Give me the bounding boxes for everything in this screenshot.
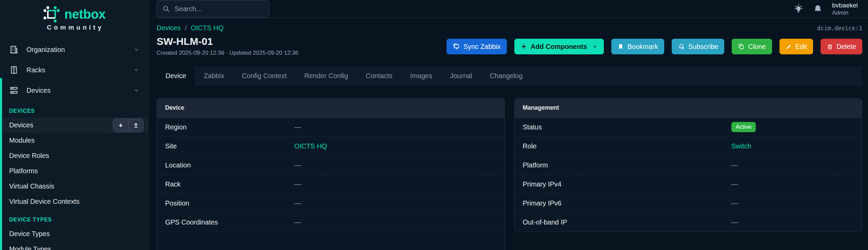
sidebar-item-devices-list[interactable]: Devices <box>0 118 148 133</box>
sidebar-item-organization[interactable]: Organization <box>0 39 148 60</box>
rack-icon <box>9 66 18 74</box>
brand-logo[interactable]: netbox Community <box>0 0 148 35</box>
tab-bar: Device Zabbix Config Context Render Conf… <box>157 67 862 85</box>
user-menu[interactable]: bvbaekel Admin <box>832 1 858 17</box>
page-content: Devices / OICTS HQ SW-HLM-01 Created 202… <box>149 18 868 250</box>
row-label: Status <box>523 123 731 131</box>
row-label: Platform <box>523 161 731 169</box>
plus-icon <box>520 43 527 50</box>
button-label: Sync Zabbix <box>463 43 501 51</box>
pencil-icon <box>786 43 792 50</box>
site-link[interactable]: OICTS HQ <box>294 142 327 150</box>
edit-button[interactable]: Edit <box>780 39 813 54</box>
building-icon <box>9 45 18 54</box>
chevron-down-icon <box>133 87 139 93</box>
sidebar-item-virtual-chassis[interactable]: Virtual Chassis <box>0 179 148 194</box>
bookmark-icon <box>617 43 624 50</box>
panel-title: Management <box>515 99 862 118</box>
page-header-right: dcim.device:1 Sync Zabbix <box>447 24 862 54</box>
add-components-button[interactable]: Add Components <box>514 39 604 54</box>
tab-render-config[interactable]: Render Config <box>295 67 357 85</box>
page-header-left: Devices / OICTS HQ SW-HLM-01 Created 202… <box>157 24 298 56</box>
copy-icon <box>738 43 745 50</box>
notifications-bell-icon[interactable] <box>813 4 823 14</box>
sidebar-item-modules[interactable]: Modules <box>0 133 148 148</box>
row-value: — <box>294 199 301 207</box>
sync-zabbix-button[interactable]: Sync Zabbix <box>447 39 507 54</box>
breadcrumb: Devices / OICTS HQ <box>157 24 298 32</box>
delete-button[interactable]: Delete <box>821 39 862 54</box>
theme-lightbulb-icon[interactable] <box>793 4 804 14</box>
button-label: Delete <box>836 43 856 51</box>
clone-button[interactable]: Clone <box>732 39 772 54</box>
button-label: Clone <box>748 43 766 51</box>
tab-journal[interactable]: Journal <box>441 67 481 85</box>
table-row: Rack — <box>157 175 505 194</box>
row-value: — <box>731 180 738 188</box>
netbox-logo-icon <box>43 5 60 23</box>
tab-config-context[interactable]: Config Context <box>233 67 295 85</box>
topbar: bvbaekel Admin <box>149 0 868 18</box>
sidebar-item-device-roles[interactable]: Device Roles <box>0 148 148 163</box>
role-link[interactable]: Switch <box>731 142 751 150</box>
table-row: Platform — <box>515 156 862 175</box>
add-device-button[interactable] <box>113 119 128 132</box>
sidebar-item-platforms[interactable]: Platforms <box>0 163 148 179</box>
row-value: — <box>731 161 738 169</box>
bell-plus-icon <box>678 43 685 50</box>
sidebar-item-label: Platforms <box>9 167 38 175</box>
tab-device[interactable]: Device <box>157 67 195 86</box>
breadcrumb-link-devices[interactable]: Devices <box>157 24 181 32</box>
row-value: — <box>294 161 301 169</box>
status-badge: Active <box>731 122 756 132</box>
row-label: Out-of-band IP <box>523 218 731 226</box>
sidebar-item-label: Virtual Device Contexts <box>9 198 80 206</box>
sidebar-item-devices[interactable]: Devices <box>0 80 148 101</box>
sidebar-item-label: Devices <box>26 87 51 94</box>
row-value: — <box>294 123 301 131</box>
page-header: Devices / OICTS HQ SW-HLM-01 Created 202… <box>157 24 862 56</box>
search-input[interactable] <box>175 5 263 13</box>
button-label: Edit <box>795 43 807 51</box>
search-box[interactable] <box>157 0 269 18</box>
row-value: — <box>294 218 301 226</box>
button-label: Add Components <box>531 43 587 51</box>
sidebar-item-label: Modules <box>9 137 35 144</box>
sidebar-item-racks[interactable]: Racks <box>0 60 148 80</box>
breadcrumb-link-site[interactable]: OICTS HQ <box>191 24 224 32</box>
subscribe-button[interactable]: Subscribe <box>672 39 725 54</box>
page-title: SW-HLM-01 <box>157 36 298 47</box>
table-row: Status Active <box>515 118 862 137</box>
tab-images[interactable]: Images <box>401 67 441 85</box>
tab-contacts[interactable]: Contacts <box>357 67 401 85</box>
table-row: Role Switch <box>515 137 862 156</box>
brand-subtitle: Community <box>0 24 148 31</box>
row-label: Rack <box>165 180 294 188</box>
table-row: Region — <box>157 118 505 137</box>
active-section-accent-bar <box>0 78 2 250</box>
breadcrumb-separator: / <box>185 24 187 32</box>
tab-zabbix[interactable]: Zabbix <box>195 67 233 85</box>
sidebar-item-module-types[interactable]: Module Types <box>0 242 148 250</box>
sidebar-nav: Organization Racks <box>0 39 148 101</box>
detail-panels: Device Region — Site OICTS HQ Location — <box>157 98 862 250</box>
chevron-down-icon <box>133 67 139 73</box>
table-row: Primary IPv4 — <box>515 175 862 194</box>
device-panel: Device Region — Site OICTS HQ Location — <box>157 98 505 250</box>
tab-changelog[interactable]: Changelog <box>481 67 532 85</box>
trash-icon <box>827 43 833 50</box>
bookmark-button[interactable]: Bookmark <box>611 39 664 54</box>
sidebar-item-label: Organization <box>26 46 65 54</box>
row-label: Region <box>165 123 294 131</box>
sidebar-item-device-types[interactable]: Device Types <box>0 226 148 242</box>
row-value: — <box>731 218 738 226</box>
import-devices-button[interactable] <box>128 119 143 132</box>
sidebar-section-header-devices: DEVICES <box>0 101 148 118</box>
row-label: Position <box>165 199 294 207</box>
sidebar: netbox Community Organization <box>0 0 149 250</box>
row-label: Site <box>165 142 294 150</box>
sidebar-item-label: Devices <box>9 121 33 129</box>
button-label: Subscribe <box>688 43 718 51</box>
chevron-down-icon <box>133 47 139 53</box>
sidebar-item-virtual-device-contexts[interactable]: Virtual Device Contexts <box>0 194 148 209</box>
